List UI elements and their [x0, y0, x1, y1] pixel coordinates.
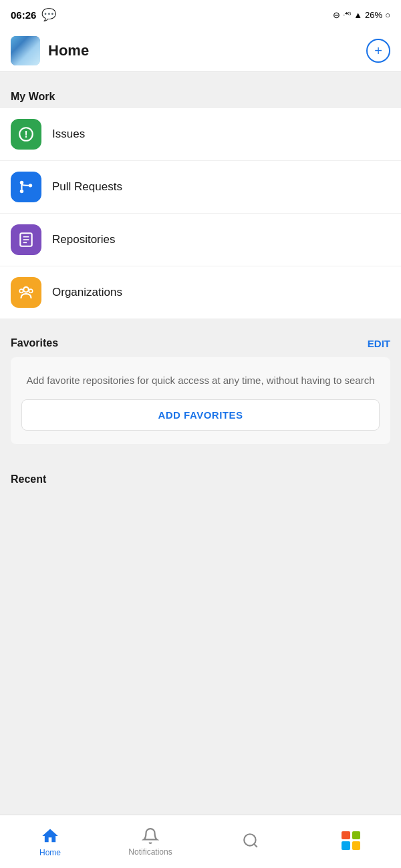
- header: Home +: [0, 29, 401, 72]
- recent-section: Recent: [0, 463, 401, 815]
- my-work-title: My Work: [11, 91, 55, 102]
- repos-icon: [17, 231, 35, 248]
- favorites-empty-state: Add favorite repositories for quick acce…: [11, 357, 390, 444]
- svg-text:!: !: [24, 128, 27, 140]
- svg-point-3: [20, 181, 23, 184]
- orgs-label: Organizations: [52, 286, 122, 299]
- page-title: Home: [48, 42, 89, 59]
- signal-bars-icon: ▲: [354, 10, 362, 20]
- add-favorites-button[interactable]: ADD FAVORITES: [21, 399, 380, 431]
- svg-point-12: [29, 289, 32, 292]
- home-nav-label: Home: [39, 848, 61, 857]
- windows-icon: [342, 831, 360, 850]
- issues-icon: !: [17, 126, 35, 143]
- nav-item-home[interactable]: Home: [0, 821, 100, 863]
- pulls-icon: [17, 178, 35, 196]
- status-bar: 06:26 💬 ⊖ ·⁴ᴳ ▲ 26% ○: [0, 0, 401, 29]
- favorites-title: Favorites: [11, 337, 58, 349]
- notifications-nav-label: Notifications: [128, 847, 172, 857]
- divider-top: [0, 72, 401, 80]
- status-icons: ⊖ ·⁴ᴳ ▲ 26% ○: [333, 10, 390, 20]
- issues-icon-bg: !: [11, 119, 41, 150]
- issues-label: Issues: [52, 128, 85, 141]
- win-square-red: [342, 831, 350, 840]
- plus-icon: +: [374, 44, 382, 57]
- nav-item-windows[interactable]: [301, 826, 401, 858]
- win-square-yellow: [352, 841, 361, 850]
- favorites-header: Favorites EDIT: [11, 337, 390, 349]
- svg-point-2: [20, 190, 23, 193]
- battery-icon: ○: [385, 10, 390, 20]
- nav-item-notifications[interactable]: Notifications: [100, 822, 200, 862]
- signal-4g-icon: ·⁴ᴳ: [343, 11, 351, 19]
- battery-level: 26%: [365, 10, 382, 20]
- repos-label: Repositories: [52, 233, 116, 246]
- avatar[interactable]: [11, 36, 40, 65]
- home-icon: [41, 827, 59, 845]
- header-left: Home: [11, 36, 89, 65]
- pulls-icon-bg: [11, 172, 41, 202]
- svg-point-10: [23, 287, 29, 292]
- status-time-area: 06:26 💬: [11, 7, 56, 22]
- svg-point-11: [19, 289, 23, 292]
- add-button[interactable]: +: [366, 39, 390, 63]
- favorites-empty-text: Add favorite repositories for quick acce…: [21, 373, 380, 389]
- menu-item-orgs[interactable]: Organizations: [0, 266, 401, 318]
- menu-item-repos[interactable]: Repositories: [0, 214, 401, 266]
- minus-icon: ⊖: [333, 10, 340, 20]
- wechat-icon: 💬: [41, 7, 56, 22]
- recent-title: Recent: [11, 473, 390, 485]
- orgs-icon-bg: [11, 277, 41, 308]
- win-square-green: [352, 831, 361, 840]
- favorites-section: Favorites EDIT Add favorite repositories…: [0, 327, 401, 455]
- edit-button[interactable]: EDIT: [368, 338, 390, 349]
- my-work-list: ! Issues Pull Requests Repositori: [0, 108, 401, 318]
- pulls-label: Pull Requests: [52, 180, 122, 194]
- bell-icon: [142, 827, 159, 845]
- status-time: 06:26: [11, 9, 36, 21]
- divider-favorites: [0, 318, 401, 327]
- menu-item-issues[interactable]: ! Issues: [0, 108, 401, 161]
- win-square-blue: [342, 841, 350, 850]
- menu-item-pulls[interactable]: Pull Requests: [0, 161, 401, 214]
- orgs-icon: [17, 284, 35, 301]
- bottom-nav: Home Notifications: [0, 815, 401, 868]
- svg-point-13: [244, 834, 255, 845]
- recent-content: [11, 491, 390, 624]
- search-icon: [242, 832, 259, 849]
- divider-recent: [0, 455, 401, 463]
- nav-item-search[interactable]: [200, 827, 301, 857]
- my-work-header: My Work: [0, 80, 401, 108]
- repos-icon-bg: [11, 224, 41, 255]
